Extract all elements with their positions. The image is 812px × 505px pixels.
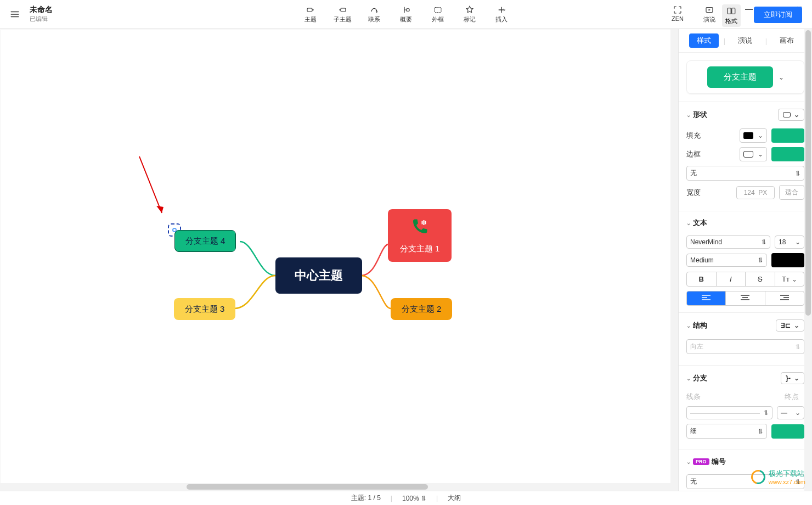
section-structure-label: 结构	[693, 321, 707, 330]
svg-line-7	[139, 156, 162, 213]
svg-rect-2	[407, 9, 409, 12]
section-shape-label: 形状	[693, 110, 707, 120]
font-color-swatch[interactable]	[771, 253, 804, 267]
width-label: 宽度	[686, 188, 701, 198]
zen-icon	[673, 4, 683, 15]
top-toolbar: 未命名 已编辑 主题 子主题 联系 概要 外框 标记 插入 ZEN 演说 格式 …	[0, 0, 812, 29]
line-style-select[interactable]: ⥮	[686, 406, 772, 419]
subscribe-button[interactable]: 立即订阅	[754, 7, 802, 23]
align-left-button[interactable]	[687, 291, 726, 305]
hamburger-menu-icon[interactable]	[5, 5, 24, 24]
relation-icon	[369, 4, 379, 15]
section-text-label: 文本	[693, 218, 707, 228]
status-zoom[interactable]: 100% ⥮	[402, 495, 426, 502]
line-weight-select[interactable]: 细⥮	[686, 424, 767, 439]
section-number-label: 编号	[712, 457, 726, 467]
main-area: 中心主题 分支主题 1 分支主题 2 分支主题 3 分支主题 4 样式 | 演说…	[0, 29, 812, 505]
toolbar-zen[interactable]: ZEN	[668, 4, 687, 22]
document-title-block: 未命名 已编辑	[30, 5, 53, 23]
toolbar-subtopic[interactable]: 子主题	[333, 4, 352, 24]
structure-direction-select[interactable]: 向左⥮	[686, 339, 804, 354]
panel-scrollbar[interactable]	[804, 29, 812, 505]
align-center-button[interactable]	[726, 291, 765, 305]
toolbar-present[interactable]: 演说	[700, 4, 719, 24]
boundary-icon	[433, 4, 443, 15]
border-style-select[interactable]: ⌄	[740, 147, 767, 161]
watermark-name: 极光下载站	[769, 469, 805, 479]
border-color-swatch[interactable]	[771, 147, 804, 161]
vertical-scrollbar[interactable]	[670, 29, 678, 483]
node-center[interactable]: 中心主题	[275, 257, 362, 294]
font-weight-select[interactable]: Medium⥮	[686, 254, 767, 267]
chevron-down-icon: ⌄	[686, 112, 691, 118]
toolbar-boundary[interactable]: 外框	[428, 4, 447, 24]
border-line-select[interactable]: 无⥮	[686, 166, 804, 181]
watermark-url: www.xz7.com	[769, 479, 805, 485]
line-color-swatch[interactable]	[771, 424, 804, 439]
line-end-select[interactable]: —⌄	[777, 406, 804, 419]
svg-rect-0	[307, 8, 312, 12]
format-icon	[726, 6, 736, 17]
phone-icon	[410, 217, 430, 240]
topic-icon	[306, 4, 315, 15]
chevron-down-icon: ⌄	[779, 74, 784, 81]
toolbar-insert[interactable]: 插入	[492, 4, 511, 24]
node-branch-4[interactable]: 分支主题 4	[174, 230, 236, 252]
subtopic-icon	[337, 4, 347, 15]
font-family-select[interactable]: NeverMind⥮	[686, 235, 770, 249]
mindmap-canvas[interactable]: 中心主题 分支主题 1 分支主题 2 分支主题 3 分支主题 4	[1, 30, 677, 504]
width-input[interactable]: 124 PX	[736, 186, 775, 199]
fill-mode-select[interactable]: ⌄	[740, 128, 767, 143]
text-align-group	[686, 291, 804, 306]
toolbar-summary[interactable]: 概要	[397, 4, 415, 24]
format-panel: 样式 | 演说 | 画布 分支主题 ⌄ ⌄形状 ⌄ 填充 ⌄	[678, 29, 812, 505]
tab-canvas[interactable]: 画布	[772, 33, 802, 48]
toolbar-format[interactable]: 格式	[722, 4, 741, 27]
border-label: 边框	[686, 149, 701, 159]
font-size-select[interactable]: 18⌄	[775, 235, 804, 249]
text-case-button[interactable]: Tт ⌄	[775, 272, 804, 286]
structure-icon: ∃⊏	[781, 322, 791, 329]
status-outline[interactable]: 大纲	[448, 493, 461, 503]
theme-type-pill: 分支主题	[707, 66, 773, 88]
branch-shape-select[interactable]: }‑⌄	[781, 372, 804, 384]
strike-button[interactable]: S	[746, 272, 775, 286]
fill-color-swatch[interactable]	[771, 128, 804, 143]
text-style-group: B I S Tт ⌄	[686, 272, 804, 287]
toolbar-relation[interactable]: 联系	[365, 4, 384, 24]
document-title: 未命名	[30, 5, 53, 15]
node-branch-3[interactable]: 分支主题 3	[174, 298, 235, 320]
toolbar-right-group: ZEN 演说	[668, 4, 719, 24]
theme-type-selector[interactable]: 分支主题 ⌄	[686, 60, 804, 94]
structure-select[interactable]: ∃⊏⌄	[776, 319, 804, 332]
branch-icon: }‑	[786, 374, 791, 382]
watermark: 极光下载站 www.xz7.com	[751, 469, 805, 485]
rounded-rect-icon	[783, 112, 791, 117]
selection-outline: 分支主题 4	[168, 223, 181, 237]
svg-marker-8	[156, 206, 163, 213]
bold-button[interactable]: B	[687, 272, 717, 286]
section-branch-label: 分支	[693, 373, 707, 383]
insert-icon	[497, 4, 506, 15]
node-branch-2[interactable]: 分支主题 2	[391, 298, 452, 320]
marker-icon	[465, 4, 475, 15]
end-label: 终点	[785, 392, 799, 402]
toolbar-marker[interactable]: 标记	[460, 4, 479, 24]
node-branch-1[interactable]: 分支主题 1	[388, 209, 452, 262]
width-fit-button[interactable]: 适合	[779, 185, 804, 200]
fill-label: 填充	[686, 131, 701, 141]
svg-rect-6	[732, 8, 735, 14]
svg-rect-3	[435, 8, 441, 13]
present-icon	[704, 4, 714, 15]
toolbar-topic[interactable]: 主题	[301, 4, 320, 24]
shape-select[interactable]: ⌄	[778, 109, 804, 121]
horizontal-scrollbar[interactable]	[0, 483, 678, 491]
summary-icon	[401, 4, 411, 15]
tab-present[interactable]: 演说	[730, 33, 760, 48]
tab-style[interactable]: 样式	[689, 33, 719, 48]
document-subtitle: 已编辑	[30, 15, 53, 23]
svg-rect-1	[341, 8, 346, 12]
italic-button[interactable]: I	[717, 272, 746, 286]
svg-rect-5	[728, 8, 731, 14]
align-right-button[interactable]	[765, 291, 804, 305]
